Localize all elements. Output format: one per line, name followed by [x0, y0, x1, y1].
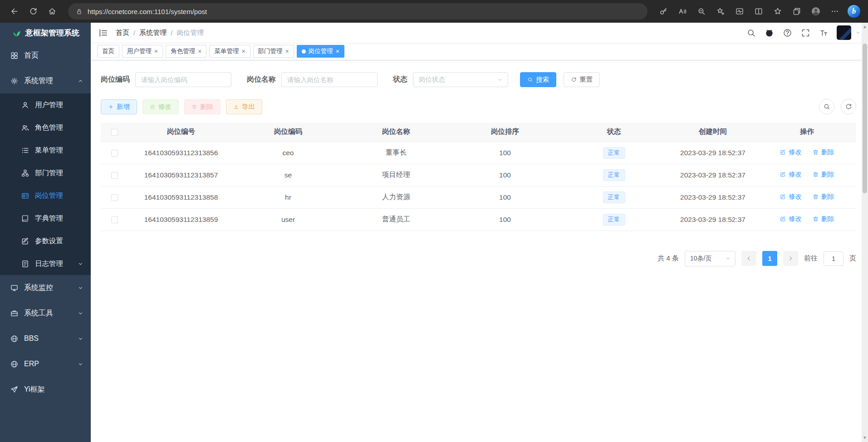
refresh-table-button[interactable]	[841, 99, 856, 114]
sidebar-item-home[interactable]: 首页	[0, 43, 91, 68]
submenu-item-dict-mgmt[interactable]: 字典管理	[0, 207, 91, 230]
row-edit-link[interactable]: 修改	[780, 192, 802, 201]
sidebar-item-system-tools[interactable]: 系统工具	[0, 300, 91, 326]
row-checkbox[interactable]	[111, 150, 118, 157]
prev-page-button[interactable]	[741, 251, 756, 266]
password-key-icon[interactable]	[654, 2, 673, 20]
browser-back-button[interactable]	[5, 2, 24, 20]
github-link[interactable]	[761, 25, 777, 40]
submenu-item-log-mgmt[interactable]: 日志管理	[0, 252, 91, 275]
tab-user-mgmt[interactable]: 用户管理 ×	[122, 45, 163, 58]
star-plus-icon	[716, 7, 725, 16]
fullscreen-button[interactable]	[798, 25, 813, 40]
toggle-search-button[interactable]	[819, 99, 834, 114]
browser-more-menu[interactable]	[825, 2, 844, 20]
submenu-item-user-mgmt[interactable]: 用户管理	[0, 93, 91, 116]
add-button[interactable]: 新增	[101, 99, 137, 114]
browser-home-button[interactable]	[43, 2, 62, 20]
help-button[interactable]	[780, 25, 795, 40]
row-edit-link[interactable]: 修改	[780, 148, 802, 157]
post-code-label: 岗位编码	[101, 75, 130, 84]
row-delete-link[interactable]: 删除	[812, 170, 834, 179]
submenu-item-label: 岗位管理	[35, 191, 63, 201]
row-checkbox[interactable]	[111, 194, 118, 201]
tab-post-mgmt[interactable]: 岗位管理 ×	[297, 45, 344, 58]
status-badge: 正常	[603, 192, 625, 203]
row-edit-link[interactable]: 修改	[780, 170, 802, 179]
row-checkbox[interactable]	[111, 216, 118, 223]
submenu-item-role-mgmt[interactable]: 角色管理	[0, 116, 91, 139]
edit-icon	[150, 104, 156, 110]
cell-post-id: 1641030593112313858	[128, 186, 234, 208]
breadcrumb-separator: /	[133, 29, 135, 37]
user-avatar[interactable]	[837, 25, 851, 40]
status-select[interactable]: 岗位状态	[413, 72, 508, 87]
export-button[interactable]: 导出	[226, 99, 262, 114]
scroll-up-arrow[interactable]	[863, 25, 866, 28]
submenu-item-menu-mgmt[interactable]: 菜单管理	[0, 139, 91, 162]
row-delete-link[interactable]: 删除	[812, 215, 834, 223]
scroll-down-arrow[interactable]	[863, 437, 866, 439]
submenu-item-post-mgmt[interactable]: 岗位管理	[0, 184, 91, 207]
table-row: 1641030593112313856 ceo 董事长 100 正常 2023-…	[101, 142, 856, 164]
select-all-checkbox[interactable]	[111, 129, 118, 136]
add-favorite-icon[interactable]	[711, 2, 730, 20]
cell-created: 2023-03-29 18:52:37	[668, 142, 758, 164]
avatar-caret-down-icon[interactable]	[855, 30, 861, 35]
post-name-input[interactable]	[281, 72, 378, 87]
sidebar-item-system-monitor[interactable]: 系统监控	[0, 275, 91, 300]
split-screen-icon[interactable]	[749, 2, 768, 20]
scrollbar-thumb[interactable]	[863, 44, 867, 193]
tab-dept-mgmt[interactable]: 部门管理 ×	[253, 45, 294, 58]
browser-refresh-button[interactable]	[24, 2, 43, 20]
tab-close-icon[interactable]: ×	[285, 48, 289, 54]
browser-profile-avatar[interactable]	[806, 2, 825, 20]
tab-close-icon[interactable]: ×	[336, 48, 339, 54]
tab-home[interactable]: 首页	[97, 45, 119, 58]
row-edit-link[interactable]: 修改	[780, 215, 802, 223]
font-size-button[interactable]	[816, 25, 831, 40]
tab-menu-mgmt[interactable]: 菜单管理 ×	[209, 45, 250, 58]
sidebar-item-erp[interactable]: ERP	[0, 351, 91, 377]
favorites-icon[interactable]	[768, 2, 787, 20]
zoom-icon[interactable]	[692, 2, 711, 20]
page-number-button[interactable]: 1	[762, 251, 777, 266]
page-scrollbar[interactable]	[862, 23, 868, 442]
reset-button[interactable]: 重置	[564, 72, 600, 87]
breadcrumb-system-mgmt[interactable]: 系统管理	[139, 29, 167, 37]
row-delete-link[interactable]: 删除	[812, 192, 834, 201]
post-code-input[interactable]	[135, 72, 231, 87]
row-delete-link[interactable]: 删除	[812, 148, 834, 157]
submenu-item-dept-mgmt[interactable]: 部门管理	[0, 162, 91, 184]
sidebar-item-yi-framework[interactable]: Yi框架	[0, 377, 91, 402]
submenu-item-param-settings[interactable]: 参数设置	[0, 230, 91, 252]
tab-close-icon[interactable]: ×	[198, 48, 201, 54]
breadcrumb-home[interactable]: 首页	[116, 29, 129, 37]
header-search-button[interactable]	[743, 25, 759, 40]
page-size-select[interactable]: 10条/页	[685, 251, 736, 266]
browser-address-bar[interactable]: https://ccnetcore.com:1101/system/post	[68, 3, 647, 20]
search-button[interactable]: 搜索	[520, 72, 556, 87]
goto-page-input[interactable]	[824, 251, 843, 266]
tab-close-icon[interactable]: ×	[154, 48, 158, 54]
site-info-lock-icon[interactable]	[75, 8, 83, 15]
collections-icon[interactable]	[787, 2, 806, 20]
edit-button[interactable]: 修改	[142, 99, 179, 114]
copilot-button[interactable]: b	[844, 2, 863, 20]
read-aloud-icon[interactable]	[673, 2, 692, 20]
sidebar-item-bbs[interactable]: BBS	[0, 326, 91, 351]
row-delete-label: 删除	[821, 192, 834, 201]
sidebar-toggle-icon[interactable]	[98, 28, 108, 38]
browser-url[interactable]: https://ccnetcore.com:1101/system/post	[88, 8, 207, 15]
pulse-icon	[735, 7, 744, 16]
row-checkbox[interactable]	[111, 172, 118, 179]
submenu-item-label: 参数设置	[35, 236, 63, 246]
trash-icon	[812, 149, 819, 156]
tab-role-mgmt[interactable]: 角色管理 ×	[166, 45, 206, 58]
post-table: 岗位编号 岗位编码 岗位名称 岗位排序 状态 创建时间 操作 164103059…	[101, 123, 856, 231]
delete-button[interactable]: 删除	[184, 99, 221, 114]
tab-close-icon[interactable]: ×	[241, 48, 245, 54]
sidebar-item-system-mgmt[interactable]: 系统管理	[0, 68, 91, 93]
browser-essentials-icon[interactable]	[730, 2, 749, 20]
next-page-button[interactable]	[783, 251, 798, 266]
